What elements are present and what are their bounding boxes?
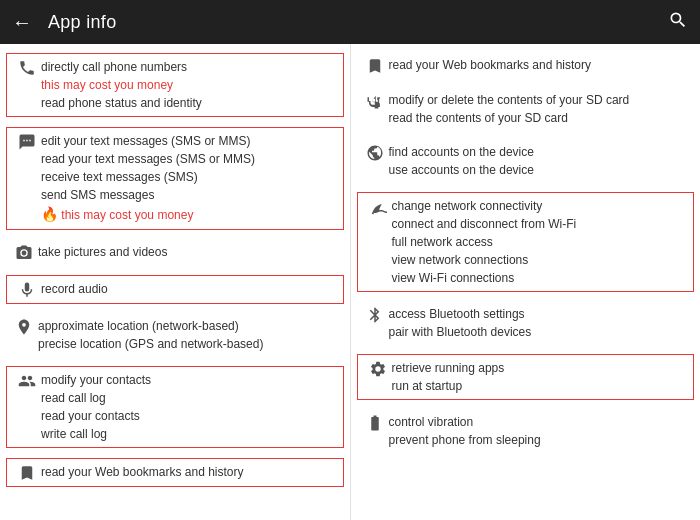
permission-group-sms: edit your text messages (SMS or MMS)read… [6,127,344,230]
left-column: directly call phone numbersthis may cost… [0,44,351,520]
perm-text-vibration: control vibrationprevent phone from slee… [389,413,691,449]
perm-text-network: change network connectivityconnect and d… [392,197,688,287]
perm-item-bluetooth: access Bluetooth settingspair with Bluet… [351,299,701,347]
permission-group-location: approximate location (network-based)prec… [0,311,350,359]
location-icon [10,317,38,336]
perm-item-vibration: control vibrationprevent phone from slee… [351,407,701,455]
perm-line: view Wi-Fi connections [392,269,688,287]
perm-line: read call log [41,389,337,407]
perm-text-bluetooth: access Bluetooth settingspair with Bluet… [389,305,691,341]
back-button[interactable]: ← [12,11,32,34]
perm-item-bookmarks-right: read your Web bookmarks and history [351,50,701,81]
perm-line: 🔥 this may cost you money [41,204,337,225]
perm-item-sdcard: modify or delete the contents of your SD… [351,85,701,133]
account-icon [361,143,389,162]
perm-item-accounts: find accounts on the deviceuse accounts … [351,137,701,185]
bookmark-icon [13,463,41,482]
perm-text-sdcard: modify or delete the contents of your SD… [389,91,691,127]
permission-group-phone: directly call phone numbersthis may cost… [6,53,344,117]
permission-group-contacts: modify your contactsread call logread yo… [6,366,344,448]
perm-line: prevent phone from sleeping [389,431,691,449]
perm-line: this may cost you money [41,76,337,94]
perm-line: approximate location (network-based) [38,317,340,335]
perm-item-bookmarks-left: read your Web bookmarks and history [13,463,337,482]
bookmark-icon [361,56,389,75]
permission-group-bookmarks-left: read your Web bookmarks and history [6,458,344,487]
perm-line: read your Web bookmarks and history [389,56,691,74]
perm-line: send SMS messages [41,186,337,204]
perm-line: use accounts on the device [389,161,691,179]
perm-line: record audio [41,280,337,298]
perm-text-running: retrieve running appsrun at startup [392,359,688,395]
perm-text-sms: edit your text messages (SMS or MMS)read… [41,132,337,225]
perm-line: find accounts on the device [389,143,691,161]
perm-item-running: retrieve running appsrun at startup [364,359,688,395]
permission-group-camera: take pictures and videos [0,237,350,268]
camera-icon [10,243,38,262]
app-bar: ← App info [0,0,700,44]
page-title: App info [48,12,668,33]
perm-line: receive text messages (SMS) [41,168,337,186]
permission-group-sdcard: modify or delete the contents of your SD… [351,85,701,133]
perm-line: connect and disconnect from Wi-Fi [392,215,688,233]
perm-text-contacts: modify your contactsread call logread yo… [41,371,337,443]
perm-text-phone: directly call phone numbersthis may cost… [41,58,337,112]
content-area: directly call phone numbersthis may cost… [0,44,700,520]
perm-line: directly call phone numbers [41,58,337,76]
perm-text-accounts: find accounts on the deviceuse accounts … [389,143,691,179]
perm-text-location: approximate location (network-based)prec… [38,317,340,353]
perm-text-mic: record audio [41,280,337,298]
perm-line: read your contacts [41,407,337,425]
usb-icon [361,91,389,110]
perm-line: access Bluetooth settings [389,305,691,323]
sms-icon [13,132,41,151]
permission-group-bookmarks-right: read your Web bookmarks and history [351,50,701,81]
perm-line: read phone status and identity [41,94,337,112]
perm-item-camera: take pictures and videos [0,237,350,268]
search-button[interactable] [668,10,688,35]
perm-text-bookmarks-left: read your Web bookmarks and history [41,463,337,481]
perm-line: modify or delete the contents of your SD… [389,91,691,109]
perm-text-camera: take pictures and videos [38,243,340,261]
permission-group-network: change network connectivityconnect and d… [357,192,695,292]
perm-line: retrieve running apps [392,359,688,377]
perm-line: change network connectivity [392,197,688,215]
perm-line: take pictures and videos [38,243,340,261]
perm-line: run at startup [392,377,688,395]
perm-line: edit your text messages (SMS or MMS) [41,132,337,150]
permission-group-vibration: control vibrationprevent phone from slee… [351,407,701,455]
perm-line: view network connections [392,251,688,269]
perm-item-contacts: modify your contactsread call logread yo… [13,371,337,443]
permission-group-bluetooth: access Bluetooth settingspair with Bluet… [351,299,701,347]
perm-item-mic: record audio [13,280,337,299]
perm-line: modify your contacts [41,371,337,389]
mic-icon [13,280,41,299]
bluetooth-icon [361,305,389,324]
perm-line: read your text messages (SMS or MMS) [41,150,337,168]
battery-icon [361,413,389,432]
permission-group-mic: record audio [6,275,344,304]
permission-group-running: retrieve running appsrun at startup [357,354,695,400]
perm-text-bookmarks-right: read your Web bookmarks and history [389,56,691,74]
perm-line: read the contents of your SD card [389,109,691,127]
perm-line: write call log [41,425,337,443]
perm-item-sms: edit your text messages (SMS or MMS)read… [13,132,337,225]
perm-line: precise location (GPS and network-based) [38,335,340,353]
perm-item-phone: directly call phone numbersthis may cost… [13,58,337,112]
permission-group-accounts: find accounts on the deviceuse accounts … [351,137,701,185]
perm-line: pair with Bluetooth devices [389,323,691,341]
gear-icon [364,359,392,378]
perm-line: control vibration [389,413,691,431]
perm-line: read your Web bookmarks and history [41,463,337,481]
contacts-icon [13,371,41,390]
right-column: read your Web bookmarks and historymodif… [351,44,701,520]
network-icon [364,197,392,216]
perm-item-network: change network connectivityconnect and d… [364,197,688,287]
perm-item-location: approximate location (network-based)prec… [0,311,350,359]
phone-icon [13,58,41,77]
perm-line: full network access [392,233,688,251]
